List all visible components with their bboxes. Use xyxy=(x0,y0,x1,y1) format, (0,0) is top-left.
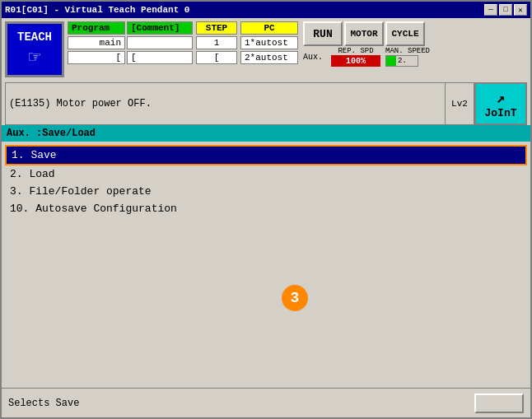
menu-item-save[interactable]: 1. Save xyxy=(5,145,527,165)
bottom-bar: Selects Save xyxy=(2,388,530,417)
program-bracket[interactable]: [ xyxy=(68,51,125,64)
comment-bracket: [ xyxy=(127,51,193,64)
comment-label-box: [Comment] xyxy=(127,21,193,35)
man-spd-fill xyxy=(386,56,396,66)
title-bar: R01[C01] - Virtual Teach Pendant 0 — □ ✕ xyxy=(2,2,530,18)
man-speed-label: MAN. SPEED xyxy=(385,47,430,55)
rep-spd-bar: 100% xyxy=(331,55,380,67)
menu-item-autosave[interactable]: 10. Autosave Configuration xyxy=(5,200,527,217)
pc-line1: 1*autost xyxy=(240,36,298,49)
menu-item-folder-label: 3. File/Folder operate xyxy=(10,185,152,198)
step-bracket[interactable]: [ xyxy=(196,51,237,64)
joint-icon: ↗ xyxy=(497,89,506,107)
toolbar: TEACH ☞ Program [Comment] main [ [ STEP … xyxy=(2,18,530,82)
joint-button[interactable]: ↗ JoInT xyxy=(474,82,527,125)
joint-label: JoInT xyxy=(484,107,516,119)
minimize-button[interactable]: — xyxy=(484,4,497,16)
rep-spd-label: REP. SPD xyxy=(331,47,380,55)
man-spd-value: 2. xyxy=(396,57,407,65)
step-area: STEP 1 [ xyxy=(196,21,237,79)
aux-row: Aux. REP. SPD 100% MAN. SPEED 2. xyxy=(303,47,430,67)
pc-area: PC 1*autost 2*autost xyxy=(240,21,298,79)
top-buttons-row: RUN MOTOR CYCLE xyxy=(303,21,430,46)
window-title: R01[C01] - Virtual Teach Pendant 0 xyxy=(5,5,189,15)
menu-item-folder[interactable]: 3. File/Folder operate xyxy=(5,183,527,200)
aux-menu-bar: Aux. :Save/Load xyxy=(2,125,530,142)
rep-spd-value: 100% xyxy=(346,57,366,66)
toolbar-right: RUN MOTOR CYCLE Aux. REP. SPD 100% MAN. … xyxy=(303,21,430,79)
step-badge: 3 xyxy=(282,285,308,311)
comment-value xyxy=(127,36,193,49)
program-value[interactable]: main xyxy=(68,36,125,49)
menu-item-save-label: 1. Save xyxy=(12,149,57,161)
step-label: STEP xyxy=(196,21,237,35)
hand-icon: ☞ xyxy=(29,45,40,69)
motor-button[interactable]: MOTOR xyxy=(344,21,384,46)
aux-label: Aux. xyxy=(303,53,323,62)
bottom-button[interactable] xyxy=(474,393,524,413)
program-label-box: Program xyxy=(68,21,125,35)
run-button[interactable]: RUN xyxy=(303,21,343,46)
pc-label: PC xyxy=(240,21,298,35)
menu-item-autosave-label: 10. Autosave Configuration xyxy=(10,203,177,215)
step-value[interactable]: 1 xyxy=(196,36,237,49)
cycle-button[interactable]: CYCLE xyxy=(385,21,425,46)
program-area: Program [Comment] main [ [ xyxy=(68,21,193,79)
status-message: (E1135) Motor power OFF. xyxy=(5,82,445,125)
lv-badge: Lv2 xyxy=(445,82,474,125)
main-window: R01[C01] - Virtual Teach Pendant 0 — □ ✕… xyxy=(0,0,532,419)
title-buttons: — □ ✕ xyxy=(484,4,527,16)
menu-content: 1. Save 3 2. Load 3. File/Folder operate… xyxy=(2,142,530,388)
menu-item-load-label: 2. Load xyxy=(10,168,55,180)
teach-label: TEACH xyxy=(17,30,52,44)
man-spd-bar: 2. xyxy=(385,55,418,67)
teach-button[interactable]: TEACH ☞ xyxy=(5,21,64,77)
bottom-status-label: Selects Save xyxy=(8,398,79,409)
middle-row: (E1135) Motor power OFF. Lv2 ↗ JoInT xyxy=(2,82,530,125)
pc-line2: 2*autost xyxy=(240,51,298,64)
menu-item-load[interactable]: 2. Load xyxy=(5,165,527,183)
maximize-button[interactable]: □ xyxy=(499,4,512,16)
close-button[interactable]: ✕ xyxy=(514,4,527,16)
aux-menu-title: Aux. :Save/Load xyxy=(7,128,96,139)
